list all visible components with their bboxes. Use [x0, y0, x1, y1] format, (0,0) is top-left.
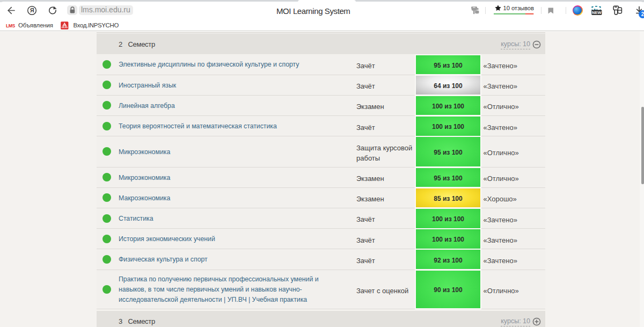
svg-text:NEW: NEW [592, 10, 602, 15]
svg-text:Я: Я [30, 7, 34, 13]
